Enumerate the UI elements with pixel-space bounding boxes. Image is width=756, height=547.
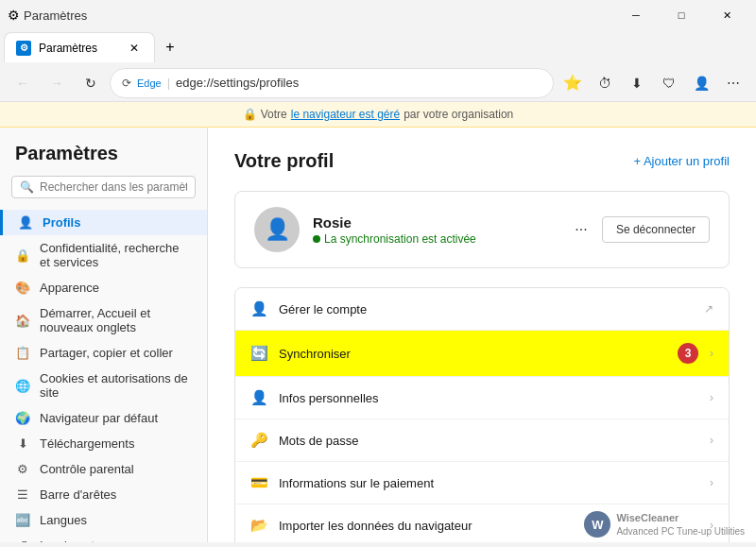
- info-link[interactable]: le navigateur est géré: [291, 108, 400, 121]
- chevron-icon-mots-de-passe: ›: [710, 434, 713, 447]
- menu-item-mots-de-passe[interactable]: 🔑 Mots de passe ›: [235, 419, 729, 462]
- sidebar-item-barre[interactable]: ☰ Barre d'arêtes: [0, 482, 207, 507]
- wisecleaner-name: WiseCleaner: [616, 511, 745, 524]
- info-text-before: Votre: [261, 108, 287, 121]
- sidebar-item-confidentialite[interactable]: 🔒 Confidentialité, recherche et services: [0, 235, 207, 275]
- sidebar-item-profils[interactable]: 👤 Profils: [0, 210, 207, 235]
- close-button[interactable]: ✕: [705, 0, 748, 30]
- address-separator: |: [167, 76, 170, 90]
- info-bar: 🔒 Votre le navigateur est géré par votre…: [0, 102, 756, 128]
- tab-favicon: ⚙: [8, 8, 20, 23]
- sidebar-item-label-profils: Profils: [43, 215, 80, 230]
- profils-icon: 👤: [18, 215, 33, 230]
- menu-label-infos: Infos personnelles: [279, 391, 698, 405]
- sidebar-item-partager[interactable]: 📋 Partager, copier et coller: [0, 340, 207, 366]
- sidebar-item-label-navigateur: Navigateur par défaut: [40, 411, 158, 425]
- sync-status-label: La synchronisation est activée: [324, 232, 476, 246]
- new-tab-button[interactable]: +: [157, 34, 183, 60]
- download-button[interactable]: ⬇: [622, 68, 652, 98]
- tab-close-button[interactable]: ✕: [126, 40, 143, 57]
- sidebar-item-label-partager: Partager, copier et coller: [40, 346, 173, 360]
- sidebar-item-label-confidentialite: Confidentialité, recherche et services: [40, 241, 192, 269]
- chevron-icon-paiement: ›: [710, 476, 713, 489]
- sidebar-search-input[interactable]: [40, 180, 187, 194]
- sidebar-item-label-barre: Barre d'arêtes: [40, 487, 116, 502]
- tab-bar: ⚙ Paramètres ✕ +: [0, 30, 756, 64]
- menu-item-infos[interactable]: 👤 Infos personnelles ›: [235, 377, 729, 419]
- wisecleaner-subtitle: Advanced PC Tune-up Utilities: [616, 525, 745, 538]
- importer-icon: 📂: [250, 517, 267, 534]
- sidebar-item-cookies[interactable]: 🌐 Cookies et autorisations de site: [0, 366, 207, 405]
- sync-status: La synchronisation est activée: [313, 232, 555, 246]
- paiement-icon: 💳: [250, 474, 267, 491]
- add-profile-button[interactable]: + Ajouter un profil: [633, 154, 730, 168]
- sidebar-item-parental[interactable]: ⚙ Contrôle parental: [0, 456, 207, 482]
- refresh-button[interactable]: ↻: [76, 68, 106, 98]
- profile-card: 👤 Rosie La synchronisation est activée ·…: [234, 191, 730, 268]
- sidebar-item-label-apparence: Apparence: [40, 281, 99, 295]
- collections-button[interactable]: ⭐: [558, 68, 588, 98]
- menu-label-mots-de-passe: Mots de passe: [279, 434, 698, 448]
- sidebar-search-box[interactable]: 🔍: [11, 176, 196, 198]
- title-bar-text: Paramètres: [24, 9, 87, 23]
- forward-button[interactable]: →: [42, 68, 72, 98]
- address-lock-icon: ⟳: [122, 77, 131, 90]
- chevron-icon-synchroniser: ›: [710, 347, 713, 360]
- sync-dot-icon: [313, 235, 320, 243]
- security-button[interactable]: 🛡: [654, 68, 684, 98]
- profile-button[interactable]: 👤: [686, 68, 716, 98]
- telechargements-icon: ⬇: [15, 436, 30, 451]
- sidebar-item-navigateur[interactable]: 🌍 Navigateur par défaut: [0, 405, 207, 431]
- wisecleaner-watermark: W WiseCleaner Advanced PC Tune-up Utilit…: [584, 511, 745, 538]
- address-url: edge://settings/profiles: [176, 76, 541, 90]
- active-tab[interactable]: ⚙ Paramètres ✕: [4, 32, 155, 62]
- sidebar-item-apparence[interactable]: 🎨 Apparence: [0, 275, 207, 300]
- disconnect-button[interactable]: Se déconnecter: [602, 216, 710, 243]
- info-text-after: par votre organisation: [404, 108, 513, 121]
- profile-info: Rosie La synchronisation est activée: [313, 214, 555, 246]
- profile-actions: ··· Se déconnecter: [568, 216, 710, 243]
- imprimantes-icon: 🖨: [15, 538, 30, 542]
- sidebar-item-langues[interactable]: 🔤 Langues: [0, 507, 207, 533]
- content-area: Votre profil + Ajouter un profil 👤 Rosie…: [208, 128, 756, 542]
- sidebar-item-label-demarrer: Démarrer, Accueil et nouveaux onglets: [40, 306, 192, 334]
- sidebar-item-demarrer[interactable]: 🏠 Démarrer, Accueil et nouveaux onglets: [0, 300, 207, 340]
- sync-badge: 3: [678, 343, 698, 364]
- cookies-icon: 🌐: [15, 379, 30, 393]
- title-bar: ⚙ Paramètres ─ □ ✕: [0, 0, 756, 30]
- navigateur-icon: 🌍: [15, 411, 30, 425]
- content-header: Votre profil + Ajouter un profil: [234, 150, 730, 172]
- address-brand: Edge: [137, 77, 162, 89]
- more-button[interactable]: ⋯: [718, 68, 748, 98]
- menu-item-paiement[interactable]: 💳 Informations sur le paiement ›: [235, 462, 729, 504]
- chevron-icon-infos: ›: [710, 391, 713, 404]
- info-lock-icon: 🔒: [243, 108, 257, 121]
- menu-label-synchroniser: Synchroniser: [279, 347, 666, 361]
- sidebar-item-imprimantes[interactable]: 🖨 Imprimantes: [0, 533, 207, 542]
- minimize-button[interactable]: ─: [614, 0, 658, 30]
- barre-icon: ☰: [15, 487, 30, 502]
- history-button[interactable]: ⏱: [590, 68, 620, 98]
- menu-list: 👤 Gérer le compte ↗ 🔄 Synchroniser 3 › 👤…: [234, 287, 730, 542]
- sidebar-item-label-telechargements: Téléchargements: [40, 436, 134, 451]
- apparence-icon: 🎨: [15, 281, 30, 295]
- menu-label-gerer: Gérer le compte: [279, 302, 693, 316]
- address-bar[interactable]: ⟳ Edge | edge://settings/profiles: [110, 68, 554, 98]
- menu-item-gerer[interactable]: 👤 Gérer le compte ↗: [235, 288, 729, 331]
- menu-item-synchroniser[interactable]: 🔄 Synchroniser 3 ›: [235, 331, 729, 377]
- back-button[interactable]: ←: [8, 68, 38, 98]
- sidebar-item-telechargements[interactable]: ⬇ Téléchargements: [0, 431, 207, 456]
- confidentialite-icon: 🔒: [15, 248, 30, 263]
- langues-icon: 🔤: [15, 513, 30, 527]
- menu-label-paiement: Informations sur le paiement: [279, 476, 698, 490]
- mots-de-passe-icon: 🔑: [250, 432, 267, 449]
- wisecleaner-logo: W: [584, 511, 610, 538]
- partager-icon: 📋: [15, 346, 30, 360]
- navigation-bar: ← → ↻ ⟳ Edge | edge://settings/profiles …: [0, 64, 756, 102]
- parental-icon: ⚙: [15, 462, 30, 476]
- window-controls: ─ □ ✕: [614, 0, 748, 30]
- wisecleaner-text: WiseCleaner Advanced PC Tune-up Utilitie…: [616, 511, 745, 537]
- profile-more-button[interactable]: ···: [568, 216, 594, 243]
- synchroniser-icon: 🔄: [250, 345, 267, 362]
- maximize-button[interactable]: □: [660, 0, 703, 30]
